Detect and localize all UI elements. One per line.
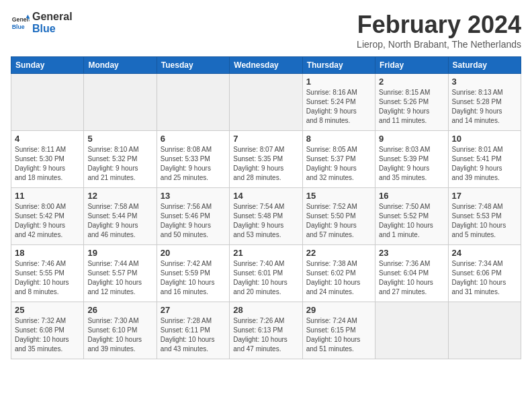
- calendar-cell: [84, 74, 157, 131]
- weekday-header-monday: Monday: [84, 57, 157, 74]
- calendar-cell: 28Sunrise: 7:26 AM Sunset: 6:13 PM Dayli…: [230, 302, 302, 359]
- day-info: Sunrise: 7:34 AM Sunset: 6:06 PM Dayligh…: [452, 259, 517, 297]
- calendar-cell: 4Sunrise: 8:11 AM Sunset: 5:30 PM Daylig…: [11, 131, 84, 188]
- day-info: Sunrise: 7:26 AM Sunset: 6:13 PM Dayligh…: [233, 316, 298, 354]
- calendar-cell: 18Sunrise: 7:46 AM Sunset: 5:55 PM Dayli…: [11, 245, 84, 302]
- calendar-cell: 3Sunrise: 8:13 AM Sunset: 5:28 PM Daylig…: [448, 74, 521, 131]
- calendar-week-3: 11Sunrise: 8:00 AM Sunset: 5:42 PM Dayli…: [11, 188, 521, 245]
- calendar-cell: 5Sunrise: 8:10 AM Sunset: 5:32 PM Daylig…: [84, 131, 157, 188]
- day-number: 25: [15, 305, 80, 315]
- day-number: 27: [161, 305, 226, 315]
- calendar-cell: 23Sunrise: 7:36 AM Sunset: 6:04 PM Dayli…: [375, 245, 448, 302]
- calendar-cell: 17Sunrise: 7:48 AM Sunset: 5:53 PM Dayli…: [448, 188, 521, 245]
- logo-line2: Blue: [32, 23, 73, 35]
- day-info: Sunrise: 7:42 AM Sunset: 5:59 PM Dayligh…: [161, 259, 226, 297]
- day-info: Sunrise: 7:56 AM Sunset: 5:46 PM Dayligh…: [161, 202, 226, 240]
- day-number: 17: [452, 191, 517, 201]
- day-info: Sunrise: 7:30 AM Sunset: 6:10 PM Dayligh…: [87, 316, 152, 354]
- day-number: 16: [379, 191, 444, 201]
- calendar-cell: 21Sunrise: 7:40 AM Sunset: 6:01 PM Dayli…: [230, 245, 302, 302]
- calendar-cell: [448, 302, 521, 359]
- calendar-cell: 6Sunrise: 8:08 AM Sunset: 5:33 PM Daylig…: [157, 131, 229, 188]
- calendar-cell: [11, 74, 84, 131]
- day-number: 10: [452, 134, 517, 144]
- day-info: Sunrise: 7:44 AM Sunset: 5:57 PM Dayligh…: [87, 259, 152, 297]
- weekday-header-sunday: Sunday: [11, 57, 84, 74]
- day-info: Sunrise: 7:50 AM Sunset: 5:52 PM Dayligh…: [379, 202, 444, 240]
- day-info: Sunrise: 7:38 AM Sunset: 6:02 PM Dayligh…: [306, 259, 371, 297]
- logo-line1: General: [32, 11, 73, 23]
- day-info: Sunrise: 8:10 AM Sunset: 5:32 PM Dayligh…: [87, 145, 152, 183]
- calendar-cell: 12Sunrise: 7:58 AM Sunset: 5:44 PM Dayli…: [84, 188, 157, 245]
- day-number: 20: [161, 248, 226, 258]
- calendar-cell: 10Sunrise: 8:01 AM Sunset: 5:41 PM Dayli…: [448, 131, 521, 188]
- calendar-cell: 29Sunrise: 7:24 AM Sunset: 6:15 PM Dayli…: [302, 302, 375, 359]
- page-header: General Blue General Blue February 2024 …: [11, 11, 521, 50]
- calendar-cell: 20Sunrise: 7:42 AM Sunset: 5:59 PM Dayli…: [157, 245, 229, 302]
- calendar-cell: 8Sunrise: 8:05 AM Sunset: 5:37 PM Daylig…: [302, 131, 375, 188]
- calendar-cell: 22Sunrise: 7:38 AM Sunset: 6:02 PM Dayli…: [302, 245, 375, 302]
- day-info: Sunrise: 8:07 AM Sunset: 5:35 PM Dayligh…: [233, 145, 298, 183]
- logo-icon: General Blue: [11, 13, 30, 32]
- calendar-table: SundayMondayTuesdayWednesdayThursdayFrid…: [11, 56, 521, 359]
- day-number: 15: [306, 191, 371, 201]
- calendar-cell: 25Sunrise: 7:32 AM Sunset: 6:08 PM Dayli…: [11, 302, 84, 359]
- calendar-cell: 16Sunrise: 7:50 AM Sunset: 5:52 PM Dayli…: [375, 188, 448, 245]
- day-info: Sunrise: 8:11 AM Sunset: 5:30 PM Dayligh…: [15, 145, 80, 183]
- day-number: 13: [161, 191, 226, 201]
- day-info: Sunrise: 8:03 AM Sunset: 5:39 PM Dayligh…: [379, 145, 444, 183]
- calendar-week-4: 18Sunrise: 7:46 AM Sunset: 5:55 PM Dayli…: [11, 245, 521, 302]
- calendar-cell: 11Sunrise: 8:00 AM Sunset: 5:42 PM Dayli…: [11, 188, 84, 245]
- day-info: Sunrise: 7:58 AM Sunset: 5:44 PM Dayligh…: [87, 202, 152, 240]
- weekday-header-thursday: Thursday: [302, 57, 375, 74]
- day-info: Sunrise: 7:48 AM Sunset: 5:53 PM Dayligh…: [452, 202, 517, 240]
- day-info: Sunrise: 8:13 AM Sunset: 5:28 PM Dayligh…: [452, 88, 517, 126]
- day-number: 12: [87, 191, 152, 201]
- day-number: 18: [15, 248, 80, 258]
- day-info: Sunrise: 8:15 AM Sunset: 5:26 PM Dayligh…: [379, 88, 444, 126]
- weekday-header-wednesday: Wednesday: [230, 57, 302, 74]
- weekday-header-tuesday: Tuesday: [157, 57, 229, 74]
- day-number: 5: [87, 134, 152, 144]
- month-year: February 2024: [357, 11, 521, 39]
- day-number: 8: [306, 134, 371, 144]
- day-number: 19: [87, 248, 152, 258]
- calendar-week-5: 25Sunrise: 7:32 AM Sunset: 6:08 PM Dayli…: [11, 302, 521, 359]
- day-info: Sunrise: 7:36 AM Sunset: 6:04 PM Dayligh…: [379, 259, 444, 297]
- logo: General Blue General Blue: [11, 11, 73, 34]
- day-number: 7: [233, 134, 298, 144]
- day-info: Sunrise: 7:24 AM Sunset: 6:15 PM Dayligh…: [306, 316, 371, 354]
- calendar-body: 1Sunrise: 8:16 AM Sunset: 5:24 PM Daylig…: [11, 74, 521, 359]
- svg-text:Blue: Blue: [12, 23, 25, 30]
- location: Lierop, North Brabant, The Netherlands: [357, 39, 521, 50]
- day-info: Sunrise: 8:01 AM Sunset: 5:41 PM Dayligh…: [452, 145, 517, 183]
- calendar-cell: [375, 302, 448, 359]
- calendar-cell: 26Sunrise: 7:30 AM Sunset: 6:10 PM Dayli…: [84, 302, 157, 359]
- day-number: 11: [15, 191, 80, 201]
- day-number: 22: [306, 248, 371, 258]
- day-info: Sunrise: 7:32 AM Sunset: 6:08 PM Dayligh…: [15, 316, 80, 354]
- calendar-cell: 1Sunrise: 8:16 AM Sunset: 5:24 PM Daylig…: [302, 74, 375, 131]
- day-number: 4: [15, 134, 80, 144]
- calendar-header: SundayMondayTuesdayWednesdayThursdayFrid…: [11, 57, 521, 74]
- calendar-week-2: 4Sunrise: 8:11 AM Sunset: 5:30 PM Daylig…: [11, 131, 521, 188]
- day-info: Sunrise: 7:28 AM Sunset: 6:11 PM Dayligh…: [161, 316, 226, 354]
- day-number: 6: [161, 134, 226, 144]
- calendar-cell: 15Sunrise: 7:52 AM Sunset: 5:50 PM Dayli…: [302, 188, 375, 245]
- calendar-cell: 7Sunrise: 8:07 AM Sunset: 5:35 PM Daylig…: [230, 131, 302, 188]
- day-info: Sunrise: 8:00 AM Sunset: 5:42 PM Dayligh…: [15, 202, 80, 240]
- title-area: February 2024 Lierop, North Brabant, The…: [357, 11, 521, 50]
- day-info: Sunrise: 7:46 AM Sunset: 5:55 PM Dayligh…: [15, 259, 80, 297]
- day-number: 9: [379, 134, 444, 144]
- day-number: 2: [379, 77, 444, 87]
- calendar-cell: 13Sunrise: 7:56 AM Sunset: 5:46 PM Dayli…: [157, 188, 229, 245]
- day-info: Sunrise: 8:05 AM Sunset: 5:37 PM Dayligh…: [306, 145, 371, 183]
- day-number: 24: [452, 248, 517, 258]
- day-number: 29: [306, 305, 371, 315]
- day-number: 26: [87, 305, 152, 315]
- day-number: 21: [233, 248, 298, 258]
- calendar-cell: 14Sunrise: 7:54 AM Sunset: 5:48 PM Dayli…: [230, 188, 302, 245]
- day-info: Sunrise: 8:08 AM Sunset: 5:33 PM Dayligh…: [161, 145, 226, 183]
- calendar-cell: 2Sunrise: 8:15 AM Sunset: 5:26 PM Daylig…: [375, 74, 448, 131]
- day-number: 28: [233, 305, 298, 315]
